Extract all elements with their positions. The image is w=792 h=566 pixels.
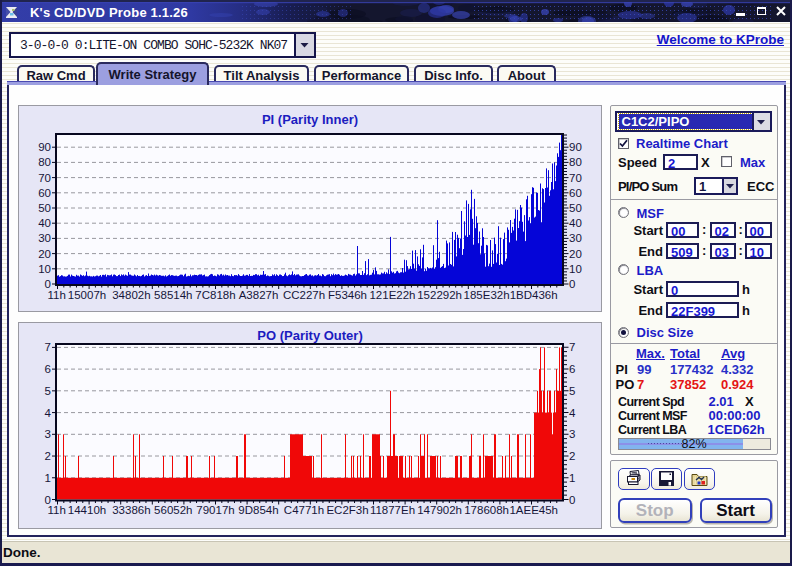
svg-text:5: 5 [45, 384, 51, 396]
svg-text:80: 80 [569, 156, 582, 168]
svg-text:90: 90 [569, 141, 582, 153]
svg-text:11h: 11h [48, 289, 66, 301]
svg-text:7: 7 [45, 341, 51, 353]
svg-text:90: 90 [38, 141, 51, 153]
svg-text:6: 6 [569, 363, 575, 375]
svg-text:A3827h: A3827h [239, 289, 279, 301]
svg-text:1: 1 [45, 471, 51, 483]
svg-text:40: 40 [569, 217, 582, 229]
svg-text:50: 50 [569, 202, 582, 214]
svg-text:7C818h: 7C818h [195, 289, 235, 301]
svg-text:56052h: 56052h [154, 504, 192, 516]
svg-text:1BD436h: 1BD436h [510, 289, 558, 301]
svg-text:185E32h: 185E32h [464, 289, 510, 301]
svg-text:50: 50 [38, 202, 51, 214]
svg-text:10: 10 [38, 263, 51, 275]
svg-text:4: 4 [569, 406, 576, 418]
svg-text:79017h: 79017h [196, 504, 234, 516]
svg-text:30: 30 [569, 232, 582, 244]
svg-text:33386h: 33386h [112, 504, 150, 516]
svg-text:0: 0 [569, 278, 575, 290]
svg-text:70: 70 [569, 172, 582, 184]
svg-text:0: 0 [569, 493, 575, 505]
svg-text:F5346h: F5346h [328, 289, 367, 301]
svg-text:152292h: 152292h [417, 289, 462, 301]
svg-text:20: 20 [569, 248, 582, 260]
svg-text:30: 30 [38, 232, 51, 244]
svg-text:14410h: 14410h [68, 504, 106, 516]
svg-text:2: 2 [569, 450, 575, 462]
svg-text:9D854h: 9D854h [238, 504, 278, 516]
svg-text:7: 7 [569, 341, 575, 353]
svg-text:3: 3 [569, 428, 575, 440]
svg-text:PO (Parity Outer): PO (Parity Outer) [257, 327, 362, 342]
svg-text:11877Eh: 11877Eh [370, 504, 415, 516]
svg-text:15007h: 15007h [68, 289, 106, 301]
svg-text:20: 20 [38, 248, 51, 260]
svg-text:5: 5 [569, 384, 575, 396]
svg-text:3: 3 [45, 428, 51, 440]
svg-text:4: 4 [45, 406, 52, 418]
svg-text:11h: 11h [48, 504, 66, 516]
svg-text:C4771h: C4771h [284, 504, 324, 516]
svg-text:CC227h: CC227h [283, 289, 325, 301]
svg-text:10: 10 [569, 263, 582, 275]
svg-text:40: 40 [38, 217, 51, 229]
svg-text:34802h: 34802h [112, 289, 150, 301]
svg-text:70: 70 [38, 172, 51, 184]
svg-text:60: 60 [569, 187, 582, 199]
svg-text:80: 80 [38, 156, 51, 168]
svg-text:6: 6 [45, 363, 51, 375]
svg-text:PI (Parity Inner): PI (Parity Inner) [262, 112, 358, 127]
svg-text:1AEE45h: 1AEE45h [509, 504, 558, 516]
svg-text:2: 2 [45, 450, 51, 462]
svg-text:60: 60 [38, 187, 51, 199]
svg-text:EC2F3h: EC2F3h [326, 504, 368, 516]
svg-text:147902h: 147902h [417, 504, 462, 516]
svg-text:178608h: 178608h [464, 504, 509, 516]
svg-text:1: 1 [569, 471, 575, 483]
svg-text:58514h: 58514h [154, 289, 192, 301]
svg-text:121E22h: 121E22h [369, 289, 415, 301]
